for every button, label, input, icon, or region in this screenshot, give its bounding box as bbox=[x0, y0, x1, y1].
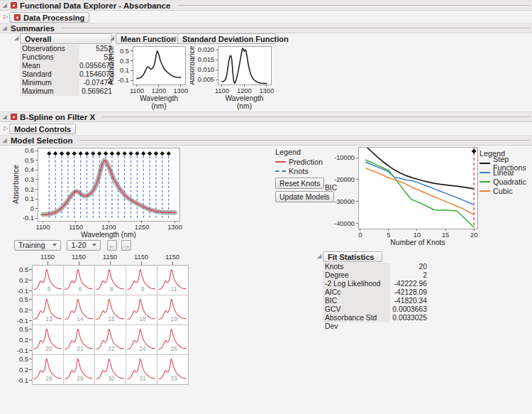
legend-item[interactable]: Step Functions bbox=[480, 158, 532, 168]
reset-knots-button[interactable]: Reset Knots bbox=[275, 178, 324, 189]
svg-text:0.4: 0.4 bbox=[25, 166, 34, 173]
legend-item-label: Knots bbox=[289, 167, 309, 175]
section-title: Fit Statistics bbox=[328, 253, 374, 261]
svg-text:-0.1: -0.1 bbox=[118, 77, 129, 84]
section-header-fit-statistics[interactable]: Fit Statistics bbox=[323, 251, 382, 262]
disclosure-open-icon[interactable]: ◢ bbox=[317, 254, 321, 259]
svg-text:0.020: 0.020 bbox=[198, 46, 214, 53]
table-row-label: Minimum bbox=[20, 79, 79, 87]
function-pager: Training 1-20 ← → bbox=[14, 238, 133, 251]
range-select[interactable]: 1-20 bbox=[67, 240, 101, 251]
svg-text:-40000: -40000 bbox=[334, 220, 355, 227]
svg-text:1300: 1300 bbox=[259, 87, 274, 94]
previous-page-button[interactable]: ← bbox=[107, 240, 117, 251]
table-row-value: -42222.96 bbox=[390, 280, 427, 288]
svg-text:1150: 1150 bbox=[103, 254, 117, 261]
svg-text:0.6: 0.6 bbox=[25, 147, 34, 154]
svg-text:0.3: 0.3 bbox=[25, 176, 34, 183]
svg-text:-20000: -20000 bbox=[334, 176, 355, 183]
mini-plot-id: 9 bbox=[141, 285, 145, 293]
section-title: B-Spline on Filter X bbox=[20, 113, 95, 121]
disclosure-open-icon[interactable]: ◢ bbox=[14, 36, 18, 41]
disclosure-open-icon[interactable]: ◢ bbox=[1, 114, 8, 120]
section-title: Overall bbox=[25, 35, 51, 43]
mini-plot-id: 13 bbox=[45, 315, 52, 322]
table-row-value: 0.0033025 bbox=[390, 314, 427, 322]
svg-text:-0.1: -0.1 bbox=[17, 317, 28, 325]
disclosure-closed-icon[interactable]: ▷ bbox=[4, 126, 8, 131]
divider bbox=[177, 5, 531, 6]
svg-text:1150: 1150 bbox=[134, 254, 148, 261]
section-header-model-controls[interactable]: Model Controls bbox=[9, 124, 76, 134]
table-row: Observations5252 bbox=[20, 45, 112, 53]
mini-plot-id: 20 bbox=[45, 345, 52, 352]
legend-item[interactable]: Cubic bbox=[480, 186, 532, 195]
mini-plot-id: 29 bbox=[77, 375, 84, 382]
svg-text:BIC: BIC bbox=[325, 184, 338, 192]
svg-text:15: 15 bbox=[442, 231, 449, 239]
summaries-band: ◢ Summaries bbox=[0, 23, 532, 33]
red-triangle-menu-icon[interactable]: ▾ bbox=[14, 14, 21, 21]
table-row: Degree2 bbox=[323, 271, 427, 280]
legend-item-label: Prediction bbox=[289, 158, 323, 166]
section-title: Standard Deviation Function bbox=[182, 35, 289, 43]
table-row-label: BIC bbox=[323, 297, 390, 305]
function-grid[interactable]: 115011501150115011500.50.2-0.15689110.50… bbox=[14, 253, 192, 392]
disclosure-open-icon[interactable]: ◢ bbox=[1, 3, 8, 9]
svg-text:0.5: 0.5 bbox=[25, 157, 34, 164]
svg-text:1150: 1150 bbox=[40, 254, 55, 261]
table-row-value: -41820.34 bbox=[390, 297, 427, 305]
table-row-label: GCV bbox=[323, 305, 390, 314]
line-swatch bbox=[480, 163, 490, 164]
svg-text:0.1: 0.1 bbox=[120, 67, 129, 74]
section-header-overall[interactable]: Overall bbox=[20, 33, 112, 44]
table-row: GCV0.0003663 bbox=[323, 305, 427, 314]
disclosure-closed-icon[interactable]: ▷ bbox=[4, 14, 8, 20]
range-select-value: 1-20 bbox=[71, 241, 86, 249]
svg-text:0.2: 0.2 bbox=[19, 307, 28, 314]
svg-text:1200: 1200 bbox=[237, 87, 252, 94]
divider bbox=[80, 140, 531, 141]
disclosure-open-icon[interactable]: ◢ bbox=[1, 26, 8, 31]
legend-item-label: Quadratic bbox=[493, 178, 526, 186]
training-select-value: Training bbox=[18, 241, 45, 249]
svg-text:0.010: 0.010 bbox=[198, 66, 214, 73]
svg-text:Absorbance: Absorbance bbox=[108, 45, 115, 85]
svg-text:0.3: 0.3 bbox=[120, 58, 129, 65]
svg-text:(nm): (nm) bbox=[237, 102, 252, 110]
training-select[interactable]: Training bbox=[14, 240, 61, 251]
section-header-data-processing[interactable]: ▾ Data Processing bbox=[9, 12, 89, 23]
page-title: Functional Data Explorer - Absorbance bbox=[20, 1, 170, 10]
svg-text:1200: 1200 bbox=[152, 87, 167, 94]
fit-statistics-table: Knots20Degree2-2 Log Likelihood-42222.96… bbox=[323, 263, 427, 322]
svg-text:Absorbance: Absorbance bbox=[190, 45, 196, 85]
svg-text:5: 5 bbox=[387, 231, 390, 239]
disclosure-open-icon[interactable]: ◢ bbox=[172, 36, 176, 41]
chevron-down-icon bbox=[92, 244, 96, 246]
table-row-value: 0.0003663 bbox=[390, 305, 427, 314]
svg-text:0.2: 0.2 bbox=[25, 186, 34, 193]
table-row-label: Functions bbox=[20, 53, 79, 62]
svg-text:1200: 1200 bbox=[101, 224, 116, 231]
red-triangle-menu-icon[interactable]: ▾ bbox=[11, 2, 17, 9]
svg-text:1150: 1150 bbox=[72, 254, 86, 261]
std-function-chart: 0.0200.0150.0100.005110012001300Waveleng… bbox=[190, 44, 279, 111]
section-header-std-function[interactable]: Standard Deviation Function bbox=[177, 33, 276, 44]
svg-text:0.5: 0.5 bbox=[19, 356, 28, 363]
table-row-value: 2 bbox=[390, 271, 427, 280]
next-page-button[interactable]: → bbox=[121, 240, 131, 251]
legend-item[interactable]: Quadratic bbox=[480, 177, 532, 186]
report-title-band: ◢ ▾ Functional Data Explorer - Absorbanc… bbox=[0, 0, 532, 11]
line-swatch bbox=[480, 181, 490, 183]
mean-function-chart: 0.50.30.1-0.1110012001300Wavelength(nm)A… bbox=[108, 44, 197, 111]
model-fit-chart[interactable]: 0.60.50.40.30.20.10-0.111001150120012501… bbox=[10, 145, 196, 249]
overall-table: Observations5252Functions52Mean0.0956673… bbox=[20, 45, 112, 96]
mini-plot-id: 14 bbox=[77, 315, 84, 322]
mini-plot-id: 5 bbox=[48, 285, 51, 293]
disclosure-open-icon[interactable]: ◢ bbox=[110, 36, 114, 41]
svg-text:0.5: 0.5 bbox=[19, 266, 28, 273]
line-swatch bbox=[275, 161, 286, 163]
disclosure-open-icon[interactable]: ◢ bbox=[1, 138, 8, 143]
table-row: -2 Log Likelihood-42222.96 bbox=[323, 280, 427, 288]
red-triangle-menu-icon[interactable]: ▾ bbox=[11, 114, 17, 120]
